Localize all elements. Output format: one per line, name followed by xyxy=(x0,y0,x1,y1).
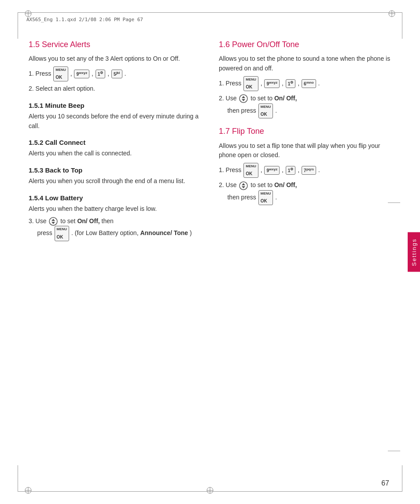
reg-mark-bc xyxy=(206,486,214,494)
r2-menu-ok-btn-1: MENUOK xyxy=(243,163,258,178)
r-step2-on-off: On/ Off, xyxy=(274,95,297,102)
r2-step2-line: 2. Use to set to On/ Off, then press MEN… xyxy=(219,180,396,205)
5jkl-btn-1: 5jkl xyxy=(111,70,122,78)
r-step1-text: 1. Press xyxy=(219,80,241,87)
r2-step2-on-off: On/ Off, xyxy=(274,181,297,188)
r-step2-prefix: 2. Use xyxy=(219,95,236,102)
section-1-6-title: 1.6 Power On/Off Tone xyxy=(219,40,396,50)
sub-1-5-4-body: Alerts you when the battery charge level… xyxy=(29,204,206,214)
step3-line: 3. Use to set On/ Off, then press MENUOK… xyxy=(29,217,206,241)
step1-text: 1. Press xyxy=(29,70,51,77)
step3-on-off: On/ Off, xyxy=(77,217,99,224)
step3-press-text: press xyxy=(37,229,52,236)
left-column: 1.5 Service Alerts Allows you to set any… xyxy=(29,40,206,478)
nav-icon-step3 xyxy=(49,217,58,226)
right-column: 1.6 Power On/Off Tone Allows you to set … xyxy=(219,40,396,478)
menu-ok-btn-1: MENUOK xyxy=(53,66,68,81)
page-number: 67 xyxy=(381,479,389,487)
r2-step2-then: then press xyxy=(227,194,256,201)
r2-1-btn-1: 1⚙ xyxy=(286,166,296,175)
svg-marker-20 xyxy=(242,186,245,188)
r-step2-mid: to set to xyxy=(251,95,273,102)
section-1-7-title: 1.7 Flip Tone xyxy=(219,126,396,136)
r2-step1-text: 1. Press xyxy=(219,166,241,173)
border-left-bottom xyxy=(18,465,18,492)
reg-mark-tl xyxy=(24,10,32,18)
step3-prefix: 3. Use xyxy=(29,217,46,224)
reg-mark-tr xyxy=(388,10,396,18)
step3-end: ) xyxy=(190,229,192,236)
step3-then: then xyxy=(102,217,114,224)
9wxyz-btn-1: 9wxyz xyxy=(74,70,89,78)
right-divider-top xyxy=(388,202,400,203)
svg-point-18 xyxy=(239,182,247,190)
sub-1-5-3-body: Alerts you when you scroll through the e… xyxy=(29,177,206,186)
r-menu-ok-btn-2: MENUOK xyxy=(258,103,273,118)
section-1-5-title: 1.5 Service Alerts xyxy=(29,40,206,50)
svg-point-12 xyxy=(49,217,57,225)
section-1-6-intro: Allows you to set the phone to sound a t… xyxy=(219,54,396,73)
step1-line: 1. Press MENUOK , 9wxyz , 1⚙ , 5jkl . xyxy=(29,66,206,81)
settings-tab: Settings xyxy=(408,232,420,272)
r2-menu-ok-btn-2: MENUOK xyxy=(258,190,273,205)
step2-line: 2. Select an alert option. xyxy=(29,84,206,94)
header-text: AX565_Eng 1.1.qxd 2/1/08 2:06 PM Page 67 xyxy=(26,17,394,22)
r-step1-line: 1. Press MENUOK , 9wxyz , 1⚙ , 6mno . xyxy=(219,76,396,91)
svg-point-15 xyxy=(239,95,247,103)
r-step2-then: then press xyxy=(227,107,256,114)
section-1-5-intro: Allows you to set any of the 3 Alert opt… xyxy=(29,54,206,64)
r2-step2-mid: to set to xyxy=(251,181,273,188)
sub-1-5-3-title: 1.5.3 Back to Top xyxy=(29,166,206,174)
settings-tab-label: Settings xyxy=(411,238,417,266)
step3-mid: to set xyxy=(60,217,75,224)
r2-9wxyz-btn-1: 9wxyz xyxy=(264,166,280,175)
nav-icon-r-step2 xyxy=(239,94,248,103)
nav-icon-r2-step2 xyxy=(239,181,248,190)
menu-ok-btn-step3: MENUOK xyxy=(55,226,70,241)
1-btn-1: 1⚙ xyxy=(96,70,106,78)
sub-1-5-1-title: 1.5.1 Minute Beep xyxy=(29,102,206,109)
r2-7pqrs-btn-1: 7pqrs xyxy=(302,166,316,175)
main-content: 1.5 Service Alerts Allows you to set any… xyxy=(29,40,396,478)
svg-marker-19 xyxy=(242,183,245,185)
border-left-top xyxy=(18,12,18,39)
border-top xyxy=(18,12,402,13)
svg-marker-16 xyxy=(242,96,245,98)
svg-marker-17 xyxy=(242,99,245,101)
border-right-top xyxy=(402,12,402,39)
r-menu-ok-btn-1: MENUOK xyxy=(243,76,258,91)
r-6mno-btn-1: 6mno xyxy=(302,79,316,88)
sub-1-5-2-body: Alerts you when the call is connected. xyxy=(29,149,206,158)
r2-step2-prefix: 2. Use xyxy=(219,181,236,188)
step3-suffix: . (for Low Battery option, xyxy=(71,229,139,236)
step3-bold: Announce/ Tone xyxy=(140,229,188,236)
sub-1-5-1-body: Alerts you 10 seconds before the end of … xyxy=(29,112,206,131)
sub-1-5-4-title: 1.5.4 Low Battery xyxy=(29,194,206,202)
border-right-bottom xyxy=(402,465,402,492)
sub-1-5-2-title: 1.5.2 Call Connect xyxy=(29,139,206,146)
svg-marker-13 xyxy=(52,219,55,221)
section-1-7-intro: Allows you to set a flip tone that will … xyxy=(219,141,396,160)
r-9wxyz-btn-1: 9wxyz xyxy=(264,79,280,88)
right-divider-bottom xyxy=(388,451,400,451)
r-1-btn-1: 1⚙ xyxy=(286,79,296,88)
r-step2-line: 2. Use to set to On/ Off, then press MEN… xyxy=(219,94,396,118)
svg-marker-14 xyxy=(52,222,55,224)
r2-step1-line: 1. Press MENUOK , 9wxyz , 1⚙ , 7pqrs . xyxy=(219,163,396,178)
reg-mark-bl xyxy=(24,486,32,494)
